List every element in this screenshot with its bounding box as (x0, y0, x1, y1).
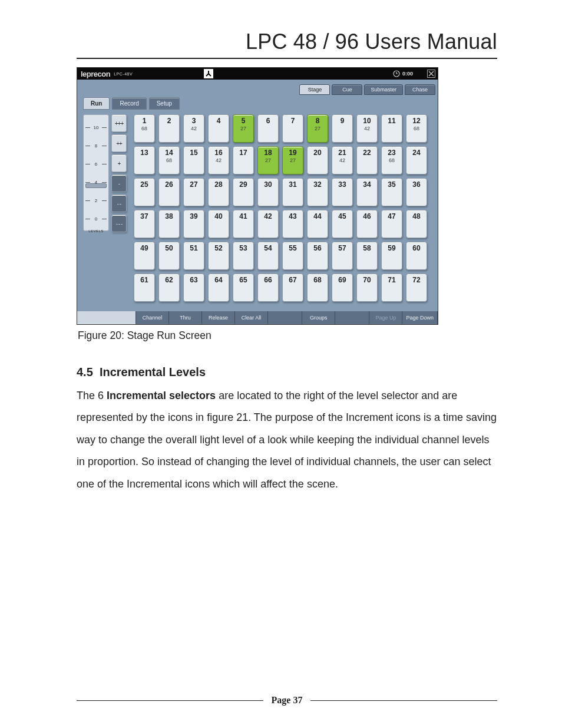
channel-cell[interactable]: 50 (158, 242, 180, 270)
channel-cell[interactable]: 37 (134, 210, 155, 238)
channel-cell[interactable]: 28 (208, 178, 229, 206)
channel-cell[interactable]: 1927 (282, 146, 303, 174)
app-menu-icon[interactable] (204, 69, 213, 78)
channel-cell[interactable]: 72 (406, 274, 427, 302)
channel-cell[interactable]: 54 (257, 242, 279, 270)
channel-cell[interactable]: 47 (381, 210, 402, 238)
incremental-button[interactable]: + (111, 154, 127, 172)
channel-cell[interactable]: 20 (307, 146, 328, 174)
groups-button[interactable]: Groups (302, 311, 335, 324)
view-tab-submaster[interactable]: Submaster (364, 84, 403, 95)
channel-cell[interactable]: 2142 (332, 146, 353, 174)
channel-cell[interactable]: 62 (158, 274, 180, 302)
channel-cell[interactable]: 24 (406, 146, 427, 174)
channel-cell[interactable]: 2368 (381, 146, 402, 174)
channel-cell[interactable]: 1042 (356, 114, 378, 143)
channel-cell[interactable]: 11 (381, 114, 402, 143)
channel-cell[interactable]: 33 (332, 178, 353, 206)
mode-tab-record[interactable]: Record (112, 97, 146, 110)
channel-cell[interactable]: 68 (307, 274, 328, 302)
incremental-button[interactable]: - (111, 174, 127, 192)
channel-cell[interactable]: 26 (158, 178, 180, 206)
channel-cell[interactable]: 71 (381, 274, 402, 302)
mode-tab-setup[interactable]: Setup (149, 97, 180, 110)
channel-cell[interactable]: 1827 (257, 146, 279, 174)
channel-cell[interactable]: 9 (332, 114, 353, 143)
channel-cell[interactable]: 38 (158, 210, 180, 238)
channel-cell[interactable]: 60 (406, 242, 427, 270)
channel-cell[interactable]: 44 (307, 210, 328, 238)
channel-cell[interactable]: 67 (282, 274, 303, 302)
channel-cell[interactable]: 30 (257, 178, 279, 206)
mode-tab-run[interactable]: Run (83, 97, 110, 110)
channel-cell[interactable]: 57 (332, 242, 353, 270)
channel-cell[interactable]: 61 (134, 274, 155, 302)
channel-cell[interactable]: 36 (406, 178, 427, 206)
channel-cell[interactable]: 15 (183, 146, 204, 174)
channel-cell[interactable]: 59 (381, 242, 402, 270)
clearall-button[interactable]: Clear All (235, 311, 268, 324)
incremental-button[interactable]: +++ (111, 114, 127, 132)
incremental-button[interactable]: ++ (111, 134, 127, 152)
channel-cell[interactable]: 65 (233, 274, 254, 302)
incremental-button[interactable]: - - (111, 195, 127, 212)
channel-cell[interactable]: 51 (183, 242, 204, 270)
footer-rule (77, 700, 263, 701)
channel-cell[interactable]: 1268 (406, 114, 427, 143)
channel-number: 66 (264, 276, 272, 284)
pageup-button[interactable]: Page Up (369, 311, 402, 324)
channel-cell[interactable]: 25 (134, 178, 155, 206)
channel-cell[interactable]: 1642 (208, 146, 229, 174)
channel-cell[interactable]: 7 (282, 114, 303, 143)
channel-cell[interactable]: 29 (233, 178, 254, 206)
channel-cell[interactable]: 6 (257, 114, 279, 143)
channel-cell[interactable]: 42 (257, 210, 279, 238)
channel-cell[interactable]: 13 (134, 146, 155, 174)
channel-cell[interactable]: 527 (233, 114, 254, 143)
level-handle[interactable] (85, 183, 107, 188)
channel-cell[interactable]: 40 (208, 210, 229, 238)
channel-cell[interactable]: 63 (183, 274, 204, 302)
channel-cell[interactable]: 17 (233, 146, 254, 174)
channel-cell[interactable]: 70 (356, 274, 378, 302)
channel-cell[interactable]: 39 (183, 210, 204, 238)
channel-cell[interactable]: 342 (183, 114, 204, 143)
channel-number: 42 (264, 212, 272, 220)
view-tab-stage[interactable]: Stage (299, 84, 330, 95)
channel-cell[interactable]: 64 (208, 274, 229, 302)
channel-cell[interactable]: 34 (356, 178, 378, 206)
channel-cell[interactable]: 55 (282, 242, 303, 270)
incremental-button[interactable]: - - - (111, 215, 127, 232)
channel-cell[interactable]: 32 (307, 178, 328, 206)
channel-cell[interactable]: 43 (282, 210, 303, 238)
channel-cell[interactable]: 31 (282, 178, 303, 206)
pagedown-button[interactable]: Page Down (402, 311, 438, 324)
channel-cell[interactable]: 22 (356, 146, 378, 174)
channel-cell[interactable]: 4 (208, 114, 229, 143)
view-tab-cue[interactable]: Cue (332, 84, 362, 95)
channel-cell[interactable]: 27 (183, 178, 204, 206)
page-footer: Page 37 (77, 695, 497, 706)
channel-cell[interactable]: 53 (233, 242, 254, 270)
channel-cell[interactable]: 45 (332, 210, 353, 238)
thru-button[interactable]: Thru (169, 311, 202, 324)
channel-button[interactable]: Channel (136, 311, 169, 324)
channel-cell[interactable]: 48 (406, 210, 427, 238)
channel-cell[interactable]: 56 (307, 242, 328, 270)
release-button[interactable]: Release (202, 311, 235, 324)
channel-cell[interactable]: 66 (257, 274, 279, 302)
channel-cell[interactable]: 35 (381, 178, 402, 206)
level-selector[interactable]: 1086420 LEVELS (83, 114, 109, 231)
channel-cell[interactable]: 2 (158, 114, 180, 143)
channel-cell[interactable]: 52 (208, 242, 229, 270)
channel-cell[interactable]: 46 (356, 210, 378, 238)
channel-cell[interactable]: 168 (134, 114, 155, 143)
channel-cell[interactable]: 58 (356, 242, 378, 270)
channel-cell[interactable]: 827 (307, 114, 328, 143)
channel-cell[interactable]: 49 (134, 242, 155, 270)
channel-cell[interactable]: 41 (233, 210, 254, 238)
channel-cell[interactable]: 1468 (158, 146, 180, 174)
view-tab-chase[interactable]: Chase (405, 84, 435, 95)
channel-cell[interactable]: 69 (332, 274, 353, 302)
close-button[interactable] (427, 70, 435, 78)
